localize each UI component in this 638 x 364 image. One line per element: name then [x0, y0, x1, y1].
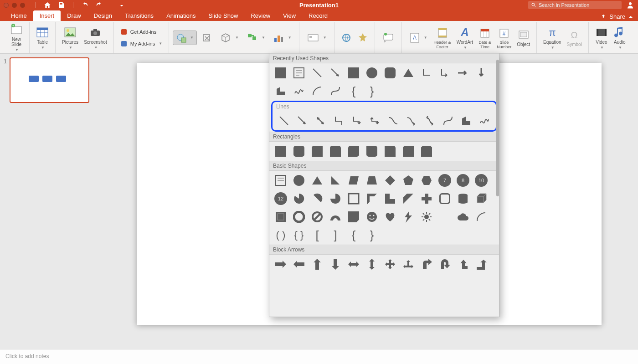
- share-button[interactable]: Share: [609, 13, 625, 20]
- bs-cloud[interactable]: [456, 210, 470, 224]
- shape-rounded-rect[interactable]: [383, 66, 397, 80]
- rect-4[interactable]: [329, 144, 342, 158]
- bs-donut[interactable]: [292, 210, 306, 224]
- qat-customize-icon[interactable]: [119, 1, 124, 9]
- rect-3[interactable]: [310, 144, 324, 158]
- bs-cube[interactable]: [474, 192, 488, 205]
- curved-arrow-connector[interactable]: [405, 114, 418, 128]
- rect-5[interactable]: [347, 144, 360, 158]
- equation-button[interactable]: π Equation▼: [540, 24, 564, 52]
- bs-left-brace[interactable]: {: [347, 228, 360, 242]
- get-addins-button[interactable]: Get Add-ins: [118, 27, 165, 37]
- tab-insert[interactable]: Insert: [33, 10, 61, 21]
- rect-6[interactable]: [365, 144, 379, 158]
- bs-dodecagon[interactable]: 12: [274, 192, 288, 205]
- bs-frame[interactable]: [347, 192, 360, 205]
- rect-7[interactable]: [383, 144, 397, 158]
- redo-icon[interactable]: [95, 1, 103, 9]
- icons-button[interactable]: [197, 32, 216, 44]
- ba-right[interactable]: [274, 257, 288, 271]
- rect-9[interactable]: [420, 144, 433, 158]
- slide-thumbnail-1[interactable]: [10, 57, 89, 103]
- bs-right-brace[interactable]: }: [365, 228, 379, 242]
- shape-oval[interactable]: [365, 66, 379, 80]
- comment-button[interactable]: [379, 32, 398, 43]
- minimize-window[interactable]: [12, 3, 17, 8]
- ba-left-right-up[interactable]: [401, 257, 415, 271]
- bs-double-brace[interactable]: { }: [292, 228, 306, 242]
- tab-view[interactable]: View: [277, 10, 302, 21]
- shape-arrow-right[interactable]: [456, 66, 470, 80]
- shape-line[interactable]: [310, 66, 324, 80]
- rect-8[interactable]: [401, 144, 415, 158]
- bs-smiley[interactable]: [365, 210, 379, 224]
- notes-pane[interactable]: Click to add notes: [0, 349, 638, 364]
- bs-decagon[interactable]: 10: [474, 174, 488, 187]
- bs-diagonal-stripe[interactable]: [401, 192, 415, 205]
- shape-rectangle[interactable]: [274, 66, 288, 80]
- video-button[interactable]: Video▼: [592, 24, 611, 52]
- link-button[interactable]: [338, 32, 355, 43]
- curve-tool[interactable]: [441, 114, 455, 128]
- rect-2[interactable]: [292, 144, 306, 158]
- shape-triangle[interactable]: [401, 66, 415, 80]
- bs-parallelogram[interactable]: [347, 174, 360, 187]
- bs-lightning[interactable]: [401, 210, 415, 224]
- zoom-button[interactable]: ▼: [303, 32, 330, 43]
- ba-down[interactable]: [329, 257, 342, 271]
- bs-left-bracket[interactable]: [: [310, 228, 324, 242]
- ba-up[interactable]: [310, 257, 324, 271]
- bs-no-symbol[interactable]: [310, 210, 324, 224]
- bs-block-arc[interactable]: [329, 210, 342, 224]
- tab-transitions[interactable]: Transitions: [118, 10, 160, 21]
- bs-double-bracket[interactable]: ( ): [274, 228, 288, 242]
- elbow-arrow-connector[interactable]: [350, 114, 364, 128]
- chart-button[interactable]: ▼: [269, 32, 295, 44]
- close-window[interactable]: [4, 3, 9, 8]
- curved-double-arrow[interactable]: [423, 114, 437, 128]
- maximize-window[interactable]: [20, 3, 25, 8]
- shape-elbow[interactable]: [420, 66, 433, 80]
- audio-button[interactable]: Audio▼: [611, 24, 629, 52]
- shape-arrow-down[interactable]: [474, 66, 488, 80]
- bs-right-triangle[interactable]: [329, 174, 342, 187]
- shape-freeform[interactable]: [274, 84, 288, 98]
- bs-diamond[interactable]: [383, 174, 397, 187]
- pictures-button[interactable]: Pictures▼: [59, 24, 81, 52]
- undo-icon[interactable]: [82, 1, 89, 9]
- ba-left-right[interactable]: [347, 257, 360, 271]
- bs-heart[interactable]: [383, 210, 397, 224]
- tab-design[interactable]: Design: [87, 10, 118, 21]
- scribble-tool[interactable]: [478, 114, 491, 128]
- new-slide-button[interactable]: + New Slide▼: [7, 24, 26, 52]
- textbox-button[interactable]: A▼: [406, 32, 431, 44]
- bs-l-shape[interactable]: [383, 192, 397, 205]
- bs-teardrop[interactable]: [329, 192, 342, 205]
- ba-quad[interactable]: [383, 257, 397, 271]
- action-button[interactable]: [355, 32, 371, 43]
- freeform-tool[interactable]: [459, 114, 473, 128]
- gallery-scrollbar[interactable]: [496, 60, 499, 196]
- bs-pie[interactable]: [292, 192, 306, 205]
- shapes-button[interactable]: ▼: [173, 31, 197, 45]
- bs-arc-line[interactable]: [474, 210, 488, 224]
- tab-slideshow[interactable]: Slide Show: [202, 10, 244, 21]
- bs-right-bracket[interactable]: ]: [329, 228, 342, 242]
- bs-trapezoid[interactable]: [365, 174, 379, 187]
- shape-textbox[interactable]: [292, 66, 306, 80]
- bs-pentagon[interactable]: [401, 174, 415, 187]
- shape-square[interactable]: [347, 66, 360, 80]
- tab-record[interactable]: Record: [302, 10, 334, 21]
- bs-octagon[interactable]: 8: [456, 174, 470, 187]
- bs-sun[interactable]: [420, 210, 433, 224]
- shape-curve[interactable]: [329, 84, 342, 98]
- object-button[interactable]: Object: [514, 24, 533, 52]
- line-double-arrow[interactable]: [314, 114, 327, 128]
- bs-plaque[interactable]: [438, 192, 452, 205]
- ba-up-down[interactable]: [365, 257, 379, 271]
- save-icon[interactable]: [57, 1, 65, 9]
- bs-heptagon[interactable]: 7: [438, 174, 452, 187]
- bs-hexagon[interactable]: [420, 174, 433, 187]
- rect-1[interactable]: [274, 144, 288, 158]
- table-button[interactable]: Table▼: [33, 24, 51, 52]
